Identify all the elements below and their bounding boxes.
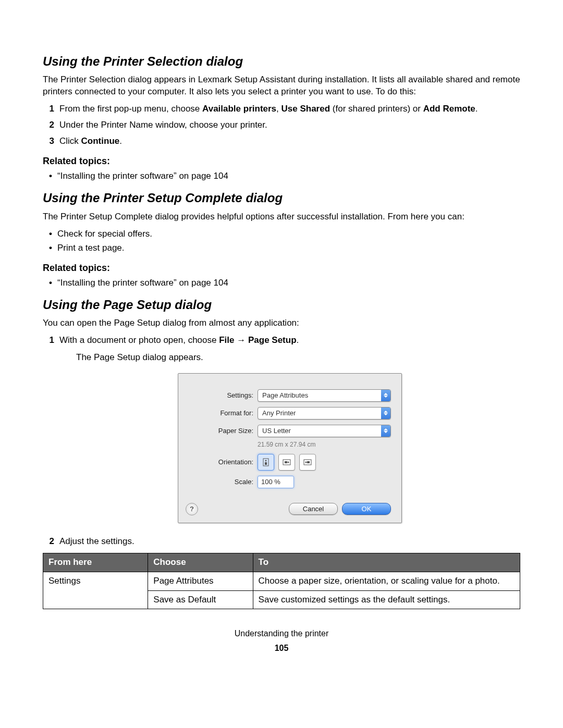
svg-rect-8 bbox=[307, 461, 310, 463]
col-choose: Choose bbox=[148, 553, 253, 572]
col-from-here: From here bbox=[43, 553, 148, 572]
settings-label: Settings: bbox=[186, 391, 258, 400]
help-button[interactable]: ? bbox=[186, 503, 198, 515]
cancel-button[interactable]: Cancel bbox=[289, 503, 338, 515]
page-setup-dialog-image: Settings: Page Attributes Format for: bbox=[178, 373, 402, 523]
paper-size-value: US Letter bbox=[258, 426, 381, 436]
bold-use-shared: Use Shared bbox=[282, 104, 331, 114]
dropdown-arrow-icon bbox=[381, 408, 390, 419]
chapter-name: Understanding the printer bbox=[43, 628, 520, 639]
orientation-label: Orientation: bbox=[186, 458, 258, 467]
col-to: To bbox=[253, 553, 520, 572]
format-for-select[interactable]: Any Printer bbox=[258, 407, 391, 419]
ok-button[interactable]: OK bbox=[342, 503, 391, 515]
portrait-icon bbox=[262, 458, 270, 466]
svg-point-7 bbox=[305, 462, 307, 463]
bold-file: File bbox=[219, 335, 234, 345]
step-text: From the first pop-up menu, choose bbox=[59, 104, 202, 114]
orientation-portrait-button[interactable] bbox=[258, 454, 274, 471]
cell-to: Choose a paper size, orientation, or sca… bbox=[253, 572, 520, 590]
paper-size-select[interactable]: US Letter bbox=[258, 425, 391, 437]
cell-to: Save customized settings as the default … bbox=[253, 590, 520, 609]
dropdown-arrow-icon bbox=[381, 425, 390, 437]
steps-printer-selection: 1 From the first pop-up menu, choose Ava… bbox=[43, 103, 520, 147]
setup-complete-bullets: Check for special offers. Print a test p… bbox=[43, 228, 520, 254]
step-text: Under the Printer Name window, choose yo… bbox=[59, 120, 267, 130]
step-2: 2 Under the Printer Name window, choose … bbox=[55, 119, 520, 131]
svg-point-1 bbox=[265, 460, 267, 462]
paper-dimensions: 21.59 cm x 27.94 cm bbox=[258, 440, 391, 449]
scale-input[interactable]: 100 % bbox=[258, 476, 294, 488]
landscape-right-icon bbox=[303, 459, 312, 466]
document-page: Using the Printer Selection dialog The P… bbox=[0, 0, 563, 675]
step-text: With a document or photo open, choose bbox=[59, 335, 219, 345]
settings-select[interactable]: Page Attributes bbox=[258, 389, 391, 402]
step-3: 3 Click Continue. bbox=[55, 135, 520, 147]
related-topics-heading: Related topics: bbox=[43, 262, 520, 274]
intro-printer-selection: The Printer Selection dialog appears in … bbox=[43, 74, 520, 98]
settings-value: Page Attributes bbox=[258, 391, 381, 400]
page-setup-dialog: Settings: Page Attributes Format for: bbox=[178, 373, 402, 523]
format-for-value: Any Printer bbox=[258, 409, 381, 418]
svg-rect-5 bbox=[285, 461, 287, 463]
related-link[interactable]: “Installing the printer software” on pag… bbox=[57, 277, 520, 289]
heading-page-setup: Using the Page Setup dialog bbox=[43, 297, 520, 313]
bold-available-printers: Available printers bbox=[202, 104, 276, 114]
svg-rect-2 bbox=[265, 462, 267, 465]
related-topics-heading: Related topics: bbox=[43, 155, 520, 167]
landscape-left-icon bbox=[283, 459, 291, 466]
dropdown-arrow-icon bbox=[381, 390, 390, 401]
cell-choose: Page Attributes bbox=[148, 572, 253, 590]
bold-add-remote: Add Remote bbox=[423, 104, 475, 114]
step-1-sub: The Page Setup dialog appears. bbox=[76, 352, 520, 364]
intro-setup-complete: The Printer Setup Complete dialog provid… bbox=[43, 211, 520, 223]
page-footer: Understanding the printer 105 bbox=[43, 628, 520, 653]
related-topics-list: “Installing the printer software” on pag… bbox=[43, 277, 520, 289]
bold-page-setup: Page Setup bbox=[248, 335, 297, 345]
bullet-special-offers: Check for special offers. bbox=[57, 228, 520, 240]
step-1: 1 From the first pop-up menu, choose Ava… bbox=[55, 103, 520, 115]
bold-continue: Continue bbox=[81, 136, 120, 146]
step-2: 2 Adjust the settings. bbox=[55, 536, 520, 548]
page-number: 105 bbox=[43, 643, 520, 654]
format-for-label: Format for: bbox=[186, 409, 258, 418]
step-text: Adjust the settings. bbox=[59, 536, 134, 546]
intro-page-setup: You can open the Page Setup dialog from … bbox=[43, 317, 520, 329]
related-topics-list: “Installing the printer software” on pag… bbox=[43, 170, 520, 182]
step-text: Click bbox=[59, 136, 81, 146]
svg-point-4 bbox=[288, 462, 289, 463]
related-link[interactable]: “Installing the printer software” on pag… bbox=[57, 170, 520, 182]
heading-setup-complete: Using the Printer Setup Complete dialog bbox=[43, 190, 520, 206]
orientation-landscape-left-button[interactable] bbox=[278, 454, 295, 471]
orientation-landscape-right-button[interactable] bbox=[299, 454, 316, 471]
table-row: Settings Page Attributes Choose a paper … bbox=[43, 572, 520, 590]
step-1: 1 With a document or photo open, choose … bbox=[55, 335, 520, 523]
cell-from-here: Settings bbox=[43, 572, 148, 609]
paper-size-label: Paper Size: bbox=[186, 426, 258, 436]
settings-table: From here Choose To Settings Page Attrib… bbox=[43, 553, 520, 610]
arrow-icon: → bbox=[235, 335, 248, 345]
cell-choose: Save as Default bbox=[148, 590, 253, 609]
bullet-test-page: Print a test page. bbox=[57, 242, 520, 254]
scale-label: Scale: bbox=[186, 477, 258, 487]
heading-printer-selection: Using the Printer Selection dialog bbox=[43, 53, 520, 70]
steps-page-setup: 1 With a document or photo open, choose … bbox=[43, 335, 520, 548]
